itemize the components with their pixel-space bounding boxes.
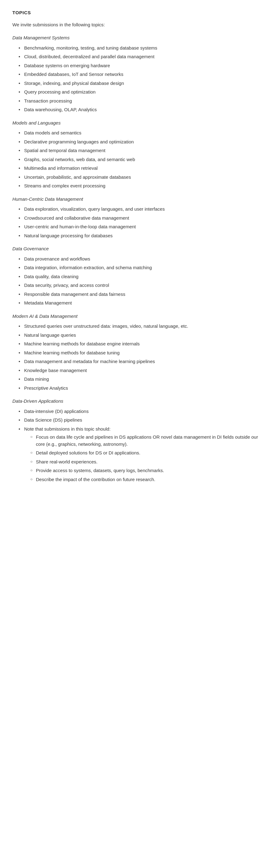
list-item: Data management and metadata for machine… bbox=[19, 358, 268, 365]
list-item: Prescriptive Analytics bbox=[19, 385, 268, 392]
list-item: Share real-world experiences. bbox=[30, 459, 268, 466]
list-item: Data-intensive (DI) applications bbox=[19, 408, 268, 415]
section-heading-human-centric: Human-Centric Data Management bbox=[12, 196, 268, 203]
topic-list-models-and-languages: Data models and semanticsDeclarative pro… bbox=[12, 129, 268, 190]
list-item: Data quality, data cleaning bbox=[19, 273, 268, 280]
list-item: User-centric and human-in-the-loop data … bbox=[19, 223, 268, 230]
list-item: Note that submissions in this topic shou… bbox=[19, 426, 268, 483]
topics-section: TOPICS We invite submissions in the foll… bbox=[12, 9, 268, 483]
list-item: Spatial and temporal data management bbox=[19, 147, 268, 154]
list-item: Provide access to systems, datasets, que… bbox=[30, 467, 268, 474]
list-item: Data provenance and workflows bbox=[19, 255, 268, 263]
list-item: Embedded databases, IoT and Sensor netwo… bbox=[19, 71, 268, 78]
list-item: Machine learning methods for database tu… bbox=[19, 349, 268, 356]
list-item: Crowdsourced and collaborative data mana… bbox=[19, 215, 268, 222]
list-item: Responsible data management and data fai… bbox=[19, 291, 268, 298]
list-item: Cloud, distributed, decentralized and pa… bbox=[19, 53, 268, 60]
section-heading-modern-ai-data: Modern AI & Data Management bbox=[12, 313, 268, 320]
topic-list-human-centric: Data exploration, visualization, query l… bbox=[12, 206, 268, 239]
list-item: Uncertain, probabilistic, and approximat… bbox=[19, 174, 268, 181]
list-item: Storage, indexing, and physical database… bbox=[19, 80, 268, 87]
topic-list-data-driven-applications: Data-intensive (DI) applicationsData Sci… bbox=[12, 408, 268, 483]
topic-list-data-governance: Data provenance and workflowsData integr… bbox=[12, 255, 268, 307]
list-item: Natural language processing for database… bbox=[19, 232, 268, 240]
list-item: Query processing and optimization bbox=[19, 89, 268, 96]
list-item: Structured queries over unstructured dat… bbox=[19, 323, 268, 330]
topic-list-modern-ai-data: Structured queries over unstructured dat… bbox=[12, 323, 268, 392]
sections-container: Data Management SystemsBenchmarking, mon… bbox=[12, 34, 268, 483]
list-item: Data integration, information extraction… bbox=[19, 264, 268, 271]
section-heading-data-management-systems: Data Management Systems bbox=[12, 34, 268, 41]
section-heading-data-governance: Data Governance bbox=[12, 245, 268, 252]
list-item: Graphs, social networks, web data, and s… bbox=[19, 156, 268, 163]
list-item: Detail deployed solutions for DS or DI a… bbox=[30, 450, 268, 457]
section-heading-data-driven-applications: Data-Driven Applications bbox=[12, 398, 268, 405]
list-item: Focus on data life cycle and pipelines i… bbox=[30, 434, 268, 447]
list-item: Data security, privacy, and access contr… bbox=[19, 282, 268, 289]
list-item: Benchmarking, monitoring, testing, and t… bbox=[19, 44, 268, 52]
list-item: Data warehousing, OLAP, Analytics bbox=[19, 106, 268, 113]
list-item: Data mining bbox=[19, 376, 268, 383]
list-item: Natural language queries bbox=[19, 332, 268, 339]
page-title: TOPICS bbox=[12, 9, 268, 17]
section-heading-models-and-languages: Models and Languages bbox=[12, 120, 268, 127]
list-item: Transaction processing bbox=[19, 98, 268, 105]
list-item: Database systems on emerging hardware bbox=[19, 62, 268, 69]
list-item: Data exploration, visualization, query l… bbox=[19, 206, 268, 213]
sub-list: Focus on data life cycle and pipelines i… bbox=[24, 434, 268, 483]
list-item: Describe the impact of the contribution … bbox=[30, 476, 268, 483]
list-item: Multimedia and information retrieval bbox=[19, 165, 268, 172]
list-item: Metadata Management bbox=[19, 300, 268, 307]
list-item: Knowledge base management bbox=[19, 367, 268, 374]
intro-text: We invite submissions in the following t… bbox=[12, 21, 268, 29]
list-item: Declarative programming languages and op… bbox=[19, 138, 268, 146]
list-item: Machine learning methods for database en… bbox=[19, 340, 268, 348]
list-item: Streams and complex event processing bbox=[19, 182, 268, 190]
topic-list-data-management-systems: Benchmarking, monitoring, testing, and t… bbox=[12, 44, 268, 113]
list-item: Data models and semantics bbox=[19, 129, 268, 136]
list-item: Data Science (DS) pipelines bbox=[19, 417, 268, 424]
